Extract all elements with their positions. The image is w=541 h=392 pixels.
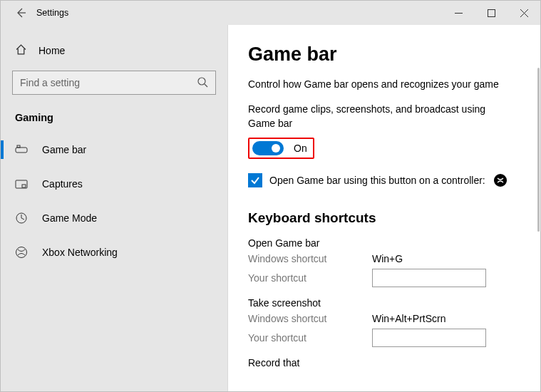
close-button[interactable] — [507, 1, 540, 25]
gamemode-icon — [15, 212, 28, 225]
shortcut-record-that: Record that — [248, 357, 523, 368]
controller-checkbox[interactable] — [248, 173, 262, 187]
shortcut-open-gamebar: Open Game bar Windows shortcut Win+G You… — [248, 237, 523, 287]
controller-label: Open Game bar using this button on a con… — [269, 175, 485, 186]
search-input[interactable] — [12, 71, 216, 95]
toggle-state: On — [294, 143, 307, 154]
windows-shortcut-value: Win+Alt+PrtScrn — [372, 313, 445, 324]
shortcuts-heading: Keyboard shortcuts — [248, 210, 523, 226]
windows-shortcut-value: Win+G — [372, 253, 403, 264]
xbox-icon — [15, 246, 28, 259]
shortcut-title: Open Game bar — [248, 237, 523, 249]
svg-rect-9 — [22, 185, 26, 187]
sidebar-item-label: Xbox Networking — [42, 247, 118, 258]
svg-point-4 — [198, 78, 205, 85]
your-shortcut-label: Your shortcut — [248, 332, 372, 344]
main-content: Game bar Control how Game bar opens and … — [228, 25, 540, 391]
sidebar-item-gamemode[interactable]: Game Mode — [1, 203, 227, 233]
shortcut-take-screenshot: Take screenshot Windows shortcut Win+Alt… — [248, 297, 523, 347]
minimize-button[interactable] — [442, 1, 475, 25]
svg-line-5 — [205, 84, 207, 87]
sidebar-item-gamebar[interactable]: Game bar — [1, 135, 227, 165]
window-title: Settings — [36, 8, 68, 18]
sidebar-item-captures[interactable]: Captures — [1, 169, 227, 199]
svg-rect-7 — [17, 145, 20, 148]
xbox-controller-icon — [494, 174, 507, 187]
home-icon — [15, 43, 27, 58]
sidebar-item-label: Game bar — [42, 144, 86, 155]
windows-shortcut-label: Windows shortcut — [248, 313, 372, 324]
section-heading: Gaming — [1, 108, 227, 135]
shortcut-title: Take screenshot — [248, 297, 523, 309]
sidebar-item-label: Game Mode — [42, 212, 97, 224]
maximize-button[interactable] — [475, 1, 507, 25]
captures-icon — [15, 177, 28, 190]
windows-shortcut-label: Windows shortcut — [248, 253, 372, 264]
sidebar: Home Gaming Game bar Captures Game Mod — [1, 25, 228, 391]
scrollbar[interactable] — [537, 68, 540, 232]
svg-rect-1 — [488, 9, 495, 16]
toggle-knob — [272, 144, 280, 153]
search-field[interactable] — [20, 77, 197, 88]
search-icon — [197, 76, 208, 90]
record-label: Record game clips, screenshots, and broa… — [248, 103, 505, 130]
gamebar-icon — [15, 143, 28, 156]
sidebar-item-xbox[interactable]: Xbox Networking — [1, 237, 227, 267]
your-shortcut-label: Your shortcut — [248, 272, 372, 284]
svg-rect-6 — [16, 148, 27, 153]
home-label: Home — [38, 45, 65, 56]
sidebar-item-label: Captures — [42, 178, 83, 190]
toggle-highlight: On — [248, 138, 314, 159]
titlebar: Settings — [1, 1, 540, 25]
svg-point-13 — [16, 247, 27, 258]
your-shortcut-input[interactable] — [372, 329, 486, 347]
record-toggle[interactable] — [252, 141, 284, 155]
window-controls — [442, 1, 540, 25]
home-link[interactable]: Home — [1, 39, 227, 68]
page-title: Game bar — [248, 43, 523, 66]
page-description: Control how Game bar opens and recognize… — [248, 78, 523, 90]
your-shortcut-input[interactable] — [372, 269, 486, 287]
svg-line-12 — [21, 218, 24, 220]
shortcut-title: Record that — [248, 357, 523, 368]
back-button[interactable] — [6, 1, 35, 25]
